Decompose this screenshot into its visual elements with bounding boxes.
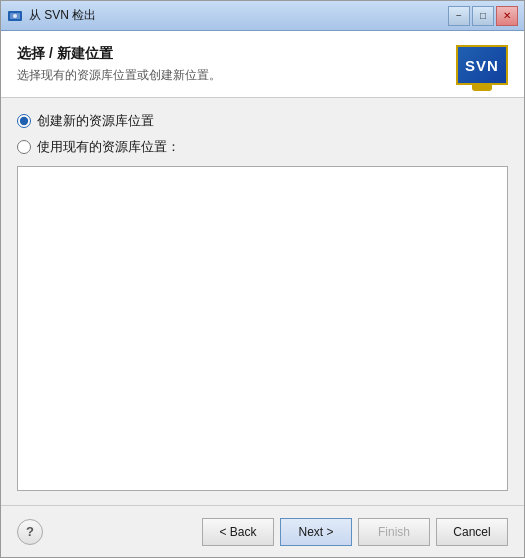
footer-section: ? < Back Next > Finish Cancel	[1, 505, 524, 557]
footer-left: ?	[17, 519, 43, 545]
repository-list[interactable]	[17, 166, 508, 491]
close-button[interactable]: ✕	[496, 6, 518, 26]
finish-button[interactable]: Finish	[358, 518, 430, 546]
create-new-label: 创建新的资源库位置	[37, 112, 154, 130]
main-window: 从 SVN 检出 − □ ✕ 选择 / 新建位置 选择现有的资源库位置或创建新位…	[0, 0, 525, 558]
create-new-radio[interactable]	[17, 114, 31, 128]
use-existing-radio[interactable]	[17, 140, 31, 154]
page-title: 选择 / 新建位置	[17, 45, 456, 63]
back-button[interactable]: < Back	[202, 518, 274, 546]
help-button[interactable]: ?	[17, 519, 43, 545]
create-new-option[interactable]: 创建新的资源库位置	[17, 112, 508, 130]
svn-logo-text: SVN	[465, 57, 499, 74]
titlebar: 从 SVN 检出 − □ ✕	[1, 1, 524, 31]
minimize-button[interactable]: −	[448, 6, 470, 26]
cancel-button[interactable]: Cancel	[436, 518, 508, 546]
window-controls: − □ ✕	[448, 6, 518, 26]
header-text: 选择 / 新建位置 选择现有的资源库位置或创建新位置。	[17, 45, 456, 84]
use-existing-label: 使用现有的资源库位置：	[37, 138, 180, 156]
page-subtitle: 选择现有的资源库位置或创建新位置。	[17, 67, 456, 84]
maximize-button[interactable]: □	[472, 6, 494, 26]
content-area: 选择 / 新建位置 选择现有的资源库位置或创建新位置。 SVN 创建新的资源库位…	[1, 31, 524, 557]
use-existing-option[interactable]: 使用现有的资源库位置：	[17, 138, 508, 156]
svn-logo: SVN	[456, 45, 508, 85]
svn-logo-connector	[472, 83, 492, 91]
header-section: 选择 / 新建位置 选择现有的资源库位置或创建新位置。 SVN	[1, 31, 524, 98]
window-icon	[7, 8, 23, 24]
main-section: 创建新的资源库位置 使用现有的资源库位置：	[1, 98, 524, 505]
next-button[interactable]: Next >	[280, 518, 352, 546]
footer-buttons: < Back Next > Finish Cancel	[202, 518, 508, 546]
svg-point-2	[13, 14, 17, 18]
window-title: 从 SVN 检出	[29, 7, 448, 24]
